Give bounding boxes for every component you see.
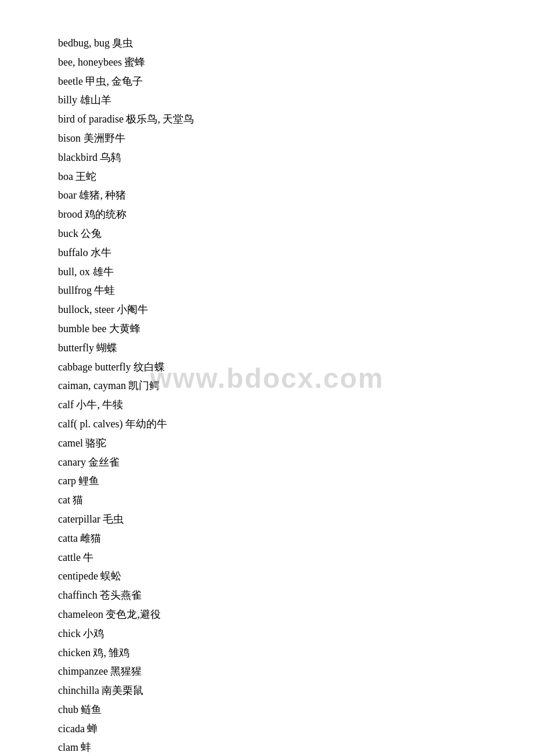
word-list: bedbug, bug 臭虫bee, honeybees 蜜蜂beetle 甲虫… [58, 35, 488, 756]
list-item: bullfrog 牛蛙 [58, 282, 488, 299]
list-item: canary 金丝雀 [58, 454, 488, 471]
list-item: blackbird 乌鸫 [58, 149, 488, 166]
list-item: cicada 蝉 [58, 721, 488, 737]
list-item: catta 雌猫 [58, 530, 488, 547]
list-item: bullock, steer 小阉牛 [58, 301, 488, 318]
list-item: beetle 甲虫, 金龟子 [58, 73, 488, 90]
list-item: chameleon 变色龙,避役 [58, 606, 488, 623]
list-item: calf( pl. calves) 年幼的牛 [58, 416, 488, 433]
list-item: chick 小鸡 [58, 625, 488, 642]
list-item: caiman, cayman 凯门鳄 [58, 377, 488, 394]
list-item: butterfly 蝴蝶 [58, 340, 488, 357]
list-item: cabbage butterfly 纹白蝶 [58, 359, 488, 376]
list-item: centipede 蜈蚣 [58, 568, 488, 585]
list-item: bee, honeybees 蜜蜂 [58, 54, 488, 71]
list-item: caterpillar 毛虫 [58, 511, 488, 528]
list-item: billy 雄山羊 [58, 92, 488, 109]
list-item: chicken 鸡, 雏鸡 [58, 645, 488, 661]
list-item: bull, ox 雄牛 [58, 264, 488, 280]
list-item: bird of paradise 极乐鸟, 天堂鸟 [58, 111, 488, 128]
list-item: carp 鲤鱼 [58, 473, 488, 489]
list-item: camel 骆驼 [58, 435, 488, 452]
list-item: buck 公兔 [58, 225, 488, 242]
list-item: brood 鸡的统称 [58, 206, 488, 223]
list-item: clam 蚌 [58, 739, 488, 756]
list-item: bison 美洲野牛 [58, 130, 488, 147]
list-item: boa 王蛇 [58, 168, 488, 185]
list-item: chub 鲢鱼 [58, 701, 488, 718]
list-item: chimpanzee 黑猩猩 [58, 663, 488, 680]
list-item: boar 雄猪, 种猪 [58, 187, 488, 204]
list-item: cattle 牛 [58, 549, 488, 566]
list-item: chaffinch 苍头燕雀 [58, 587, 488, 604]
list-item: bumble bee 大黄蜂 [58, 321, 488, 337]
list-item: bedbug, bug 臭虫 [58, 35, 488, 52]
list-item: buffalo 水牛 [58, 244, 488, 261]
list-item: cat 猫 [58, 492, 488, 509]
list-item: calf 小牛, 牛犊 [58, 397, 488, 413]
list-item: chinchilla 南美栗鼠 [58, 682, 488, 699]
